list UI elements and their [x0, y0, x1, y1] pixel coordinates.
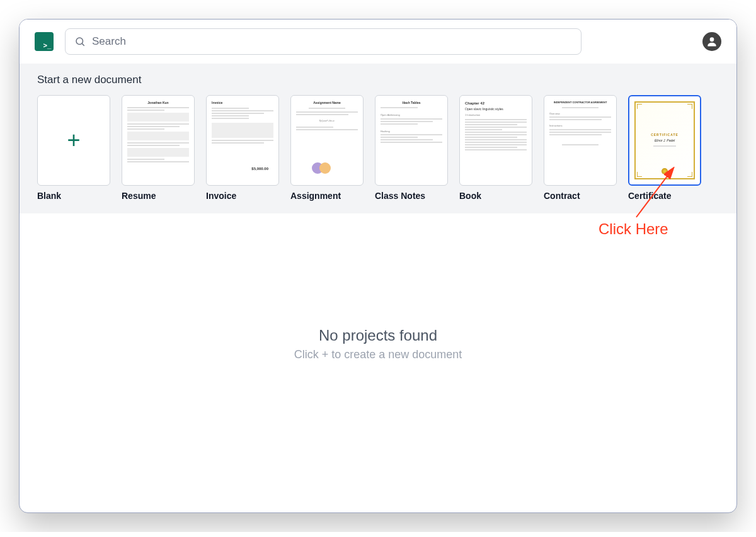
svg-line-1 [82, 43, 84, 45]
template-resume[interactable]: Jonathan Kun Resume [122, 95, 195, 201]
template-label: Contract [544, 191, 617, 201]
search-bar[interactable] [65, 28, 581, 55]
template-invoice[interactable]: Invoice $5,000.00 Invoice [206, 95, 279, 201]
template-blank[interactable]: + Blank [37, 95, 110, 201]
template-certificate[interactable]: CERTIFICATE Elinor J. Padel Certificate [628, 95, 701, 201]
empty-state-title: No projects found [20, 327, 736, 344]
template-label: Class Notes [375, 191, 448, 201]
template-label: Blank [37, 191, 110, 201]
templates-row: + Blank Jonathan Kun [37, 95, 719, 201]
empty-state: No projects found Click + to create a ne… [20, 213, 736, 512]
template-assignment[interactable]: Assignment Name f(x)=ax²+bx+c Assignment [290, 95, 364, 201]
header [20, 20, 736, 64]
templates-section: Start a new document + Blank Jonathan Ku… [20, 64, 736, 213]
templates-section-title: Start a new document [37, 74, 719, 86]
template-label: Assignment [290, 191, 364, 201]
svg-point-0 [76, 38, 83, 45]
empty-state-subtitle: Click + to create a new document [20, 348, 736, 361]
search-icon [74, 36, 86, 47]
template-label: Certificate [628, 191, 701, 201]
template-label: Book [459, 191, 532, 201]
template-label: Invoice [206, 191, 279, 201]
avatar[interactable] [702, 32, 721, 51]
template-book[interactable]: Chapter 42 Open slavic linguistic styles… [459, 95, 532, 201]
svg-point-2 [710, 37, 714, 42]
app-window: Start a new document + Blank Jonathan Ku… [19, 19, 737, 513]
template-contract[interactable]: INDEPENDENT CONTRACTOR AGREEMENT Overvie… [544, 95, 617, 201]
plus-icon: + [67, 129, 80, 152]
template-class-notes[interactable]: Hash Tables Open Addressing Hashing Clas… [375, 95, 448, 201]
app-logo-icon[interactable] [35, 32, 54, 51]
user-icon [706, 35, 718, 48]
search-input[interactable] [92, 35, 572, 48]
template-label: Resume [122, 191, 195, 201]
